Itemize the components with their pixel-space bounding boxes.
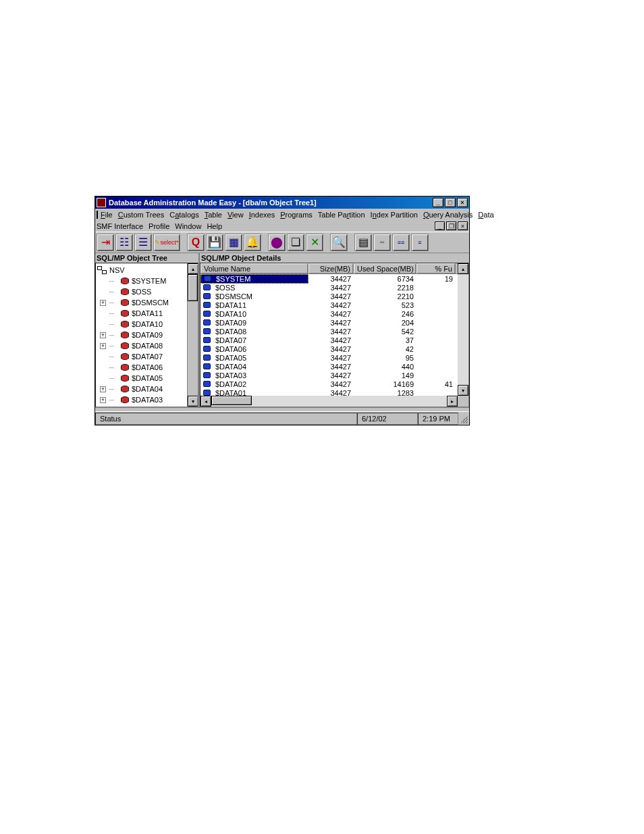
table-row[interactable]: $DATA1134427523 xyxy=(200,301,468,309)
menu-window[interactable]: Window xyxy=(175,222,201,230)
tree-item[interactable]: +·····$DSMSCM xyxy=(97,297,198,308)
expander-icon[interactable]: + xyxy=(100,397,106,403)
tree-connector: ····· xyxy=(109,332,121,338)
tool-save-icon[interactable]: 💾 xyxy=(206,234,223,251)
tool-props2-icon[interactable]: ≡ xyxy=(411,234,429,251)
cell-volume-name-text: $OSS xyxy=(215,284,235,292)
tool-disk-icon[interactable]: ⬤ xyxy=(268,234,286,251)
table-row[interactable]: $DATA053442795 xyxy=(200,353,468,362)
disk-icon xyxy=(121,353,129,360)
tool-delete-icon[interactable]: ✕ xyxy=(306,234,323,251)
tool-chart-icon[interactable]: ▫▫ xyxy=(373,234,391,251)
menu-indexes[interactable]: Indexes xyxy=(249,211,275,219)
mdi-minimize-button[interactable]: _ xyxy=(435,221,445,230)
cell-volume-name: $SYSTEM xyxy=(200,274,308,284)
tool-find-icon[interactable]: 🔍 xyxy=(330,234,348,251)
cell-size: 34427 xyxy=(308,354,354,362)
tool-select-button[interactable]: ✎select* xyxy=(153,234,180,251)
expander-icon[interactable]: + xyxy=(100,300,106,306)
tool-alert-icon[interactable]: 🔔 xyxy=(244,234,261,251)
menu-custom-trees[interactable]: Custom Trees xyxy=(118,211,164,219)
col-used-space[interactable]: Used Space(MB) xyxy=(354,263,417,273)
grid-scroll-down-icon[interactable]: ▾ xyxy=(458,385,468,396)
minimize-button[interactable]: _ xyxy=(433,198,444,207)
cell-size: 34427 xyxy=(308,292,354,301)
cell-volume-name-text: $DATA11 xyxy=(215,301,246,309)
menu-help[interactable]: Help xyxy=(207,222,222,230)
table-row[interactable]: $DATA0434427440 xyxy=(200,362,468,371)
menu-catalogs[interactable]: Catalogs xyxy=(169,211,198,219)
tool-props1-icon[interactable]: ≡≡ xyxy=(392,234,410,251)
table-row[interactable]: $DATA0834427542 xyxy=(200,327,468,336)
grid-scroll-up-icon[interactable]: ▴ xyxy=(458,263,468,274)
tree-item[interactable]: +·····$DATA07 xyxy=(97,351,198,362)
table-row[interactable]: $OSS344272218 xyxy=(200,283,468,292)
tool-cascade-icon[interactable]: ❏ xyxy=(287,234,304,251)
table-row[interactable]: $DSMSCM344272210 xyxy=(200,292,468,301)
tree-item[interactable]: +·····$DATA10 xyxy=(97,319,198,330)
expander-icon[interactable]: + xyxy=(100,343,106,349)
tree-item[interactable]: +·····$DATA05 xyxy=(97,373,198,384)
expander-icon[interactable]: + xyxy=(100,332,106,338)
grid-scroll-left-icon[interactable]: ◂ xyxy=(200,396,211,407)
expander-icon[interactable]: + xyxy=(100,386,106,392)
grid-scroll-right-icon[interactable]: ▸ xyxy=(447,396,458,407)
menu-profile[interactable]: Profile xyxy=(149,222,169,230)
table-row[interactable]: $DATA073442737 xyxy=(200,336,468,344)
grid-hscrollbar[interactable]: ◂ ▸ xyxy=(200,396,458,407)
table-row[interactable]: $DATA02344271416941 xyxy=(200,380,468,388)
col-size[interactable]: Size(MB) xyxy=(308,263,354,273)
cell-used: 37 xyxy=(354,336,417,344)
col-volume-name[interactable]: Volume Name xyxy=(200,263,308,273)
col-percent-full[interactable]: % Fu xyxy=(417,263,456,273)
tree-body[interactable]: NSV +·····$SYSTEM+·····$OSS+·····$DSMSCM… xyxy=(95,263,198,407)
tree-item[interactable]: +·····$OSS xyxy=(97,286,198,297)
menu-smf-interface[interactable]: SMF Interface xyxy=(97,222,143,230)
tool-list-icon[interactable]: ☰ xyxy=(134,234,152,251)
tree-root-node[interactable]: NSV xyxy=(97,265,198,276)
scroll-down-icon[interactable]: ▾ xyxy=(188,396,198,407)
tree-item[interactable]: +·····$SYSTEM xyxy=(97,276,198,286)
tree-item[interactable]: +·····$DATA04 xyxy=(97,384,198,394)
status-label: Status xyxy=(95,413,357,425)
menu-file[interactable]: File xyxy=(101,211,113,219)
details-grid[interactable]: Volume Name Size(MB) Used Space(MB) % Fu… xyxy=(200,263,469,407)
tool-grid-icon[interactable]: ▤ xyxy=(354,234,372,251)
tool-exit-icon[interactable]: ⇥ xyxy=(97,234,114,251)
tool-tree-icon[interactable]: ☷ xyxy=(115,234,133,251)
menu-index-partition[interactable]: Index Partition xyxy=(371,211,418,219)
close-button[interactable]: × xyxy=(457,198,468,207)
tool-query-icon[interactable]: Q xyxy=(187,234,205,251)
menu-view[interactable]: View xyxy=(227,211,244,219)
menu-table-partition[interactable]: Table Partition xyxy=(318,211,365,219)
menu-table[interactable]: Table xyxy=(205,211,222,219)
tree-item[interactable]: +·····$DATA09 xyxy=(97,330,198,340)
mdi-close-button[interactable]: × xyxy=(458,221,468,230)
grid-hscroll-thumb[interactable] xyxy=(211,396,252,405)
table-row[interactable]: $DATA1034427246 xyxy=(200,309,468,318)
resize-grip[interactable] xyxy=(458,413,469,425)
table-row[interactable]: $DATA0934427204 xyxy=(200,318,468,327)
tree-connector: ····· xyxy=(109,386,121,392)
tree-item[interactable]: +·····$DATA03 xyxy=(97,394,198,405)
maximize-button[interactable]: □ xyxy=(445,198,456,207)
tree-scrollbar[interactable]: ▴ ▾ xyxy=(187,263,198,407)
table-row[interactable]: $DATA0334427149 xyxy=(200,371,468,380)
menu-programs[interactable]: Programs xyxy=(280,211,313,219)
grid-vscrollbar[interactable]: ▴ ▾ xyxy=(458,274,468,396)
tree-item[interactable]: +·····$DATA11 xyxy=(97,308,198,319)
menu-data[interactable]: Data xyxy=(478,211,493,219)
disk-icon xyxy=(121,299,129,306)
table-row[interactable]: $SYSTEM34427673419 xyxy=(200,274,468,283)
cell-volume-name-text: $DATA04 xyxy=(215,363,246,371)
volume-icon xyxy=(203,302,211,308)
tool-calendar-icon[interactable]: ▦ xyxy=(225,234,242,251)
scroll-thumb[interactable] xyxy=(188,274,198,301)
table-row[interactable]: $DATA063442742 xyxy=(200,344,468,353)
menu-query-analysis[interactable]: Query Analysis xyxy=(423,211,473,219)
statusbar: Status 6/12/02 2:19 PM xyxy=(95,411,469,425)
tree-item[interactable]: +·····$DATA06 xyxy=(97,362,198,373)
scroll-up-icon[interactable]: ▴ xyxy=(188,263,198,274)
mdi-restore-button[interactable]: ❐ xyxy=(446,221,456,230)
tree-item[interactable]: +·····$DATA08 xyxy=(97,340,198,351)
